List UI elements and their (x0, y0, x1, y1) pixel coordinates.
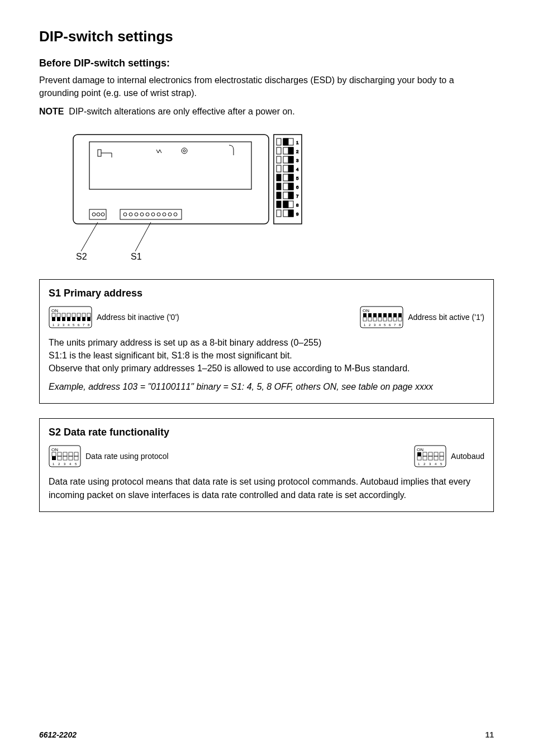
svg-rect-141 (417, 452, 421, 456)
svg-text:7: 7 (296, 194, 299, 199)
svg-point-10 (101, 213, 104, 216)
svg-text:1: 1 (53, 323, 55, 327)
svg-rect-90 (368, 313, 372, 317)
svg-rect-99 (373, 317, 377, 321)
svg-text:5: 5 (296, 176, 299, 181)
svg-text:6: 6 (296, 185, 299, 190)
svg-rect-119 (74, 452, 78, 456)
svg-text:4: 4 (69, 462, 72, 466)
svg-rect-2 (98, 150, 101, 156)
svg-rect-123 (74, 456, 78, 460)
svg-rect-70 (87, 317, 91, 321)
svg-rect-103 (393, 317, 397, 321)
s1-body-3: Observe that only primary addresses 1–25… (49, 362, 484, 375)
svg-text:2: 2 (423, 462, 426, 466)
dip8-active-icon: ON 1234 5678 (360, 306, 403, 328)
svg-point-5 (182, 148, 187, 154)
page-footer: 6612-2202 11 (39, 730, 494, 739)
svg-text:ON: ON (51, 308, 58, 313)
svg-rect-27 (277, 147, 281, 154)
svg-rect-140 (440, 456, 444, 460)
svg-text:7: 7 (83, 323, 85, 327)
svg-text:5: 5 (73, 323, 75, 327)
note-label: NOTE (39, 107, 64, 116)
svg-rect-89 (363, 313, 367, 317)
svg-text:2: 2 (58, 462, 60, 466)
svg-rect-63 (52, 317, 55, 321)
svg-rect-124 (52, 456, 56, 460)
svg-rect-39 (277, 174, 281, 181)
svg-rect-120 (58, 456, 61, 460)
svg-rect-92 (378, 313, 382, 317)
svg-text:5: 5 (440, 462, 442, 466)
svg-rect-104 (398, 317, 402, 321)
dip5-protocol-icon: ON 123 45 (49, 445, 81, 467)
note-line: NOTE DIP-switch alterations are only eff… (39, 105, 494, 118)
svg-text:6: 6 (78, 323, 80, 327)
svg-rect-116 (58, 452, 61, 456)
svg-rect-72 (57, 313, 60, 317)
note-text: DIP-switch alterations are only effectiv… (69, 107, 294, 116)
svg-rect-65 (62, 317, 65, 321)
svg-rect-57 (288, 210, 293, 217)
svg-rect-45 (288, 183, 293, 190)
svg-rect-23 (277, 138, 281, 145)
page-number: 11 (485, 730, 494, 739)
svg-text:3: 3 (296, 158, 299, 163)
diagram-s2-label: S2 (76, 252, 87, 261)
svg-text:3: 3 (63, 323, 65, 327)
svg-text:3: 3 (64, 462, 66, 466)
svg-point-21 (174, 213, 177, 216)
svg-rect-96 (398, 313, 402, 317)
svg-rect-122 (69, 456, 73, 460)
page-title: DIP-switch settings (39, 28, 494, 45)
s1-body-2: S1:1 is the least significant bit, S1:8 … (49, 349, 484, 362)
svg-rect-95 (393, 313, 397, 317)
svg-rect-139 (434, 456, 438, 460)
svg-rect-118 (69, 452, 73, 456)
svg-rect-94 (388, 313, 392, 317)
svg-text:ON: ON (363, 308, 369, 313)
svg-rect-49 (288, 192, 293, 199)
svg-rect-29 (288, 147, 293, 154)
svg-rect-47 (277, 192, 281, 199)
svg-rect-43 (277, 183, 281, 190)
svg-rect-93 (383, 313, 387, 317)
svg-rect-31 (277, 156, 281, 163)
s1-box-title: S1 Primary address (49, 288, 484, 299)
svg-text:5: 5 (384, 323, 386, 327)
svg-rect-76 (77, 313, 80, 317)
svg-rect-137 (423, 456, 427, 460)
svg-point-14 (135, 213, 138, 216)
s1-address-box: S1 Primary address ON (39, 279, 494, 404)
diagram-s1-label: S1 (131, 252, 142, 261)
svg-rect-67 (72, 317, 75, 321)
svg-text:7: 7 (394, 323, 396, 327)
svg-text:3: 3 (374, 323, 376, 327)
svg-line-59 (81, 222, 98, 251)
svg-text:3: 3 (429, 462, 431, 466)
svg-rect-135 (440, 452, 444, 456)
svg-rect-78 (87, 313, 91, 317)
svg-text:1: 1 (418, 462, 420, 466)
svg-point-18 (157, 213, 160, 216)
s2-autobaud-caption: Autobaud (451, 452, 484, 461)
svg-rect-133 (429, 452, 432, 456)
svg-rect-115 (52, 452, 56, 456)
svg-text:4: 4 (68, 323, 70, 327)
svg-rect-55 (277, 210, 281, 217)
svg-rect-1 (89, 142, 251, 189)
dip5-autobaud-icon: ON 123 45 (414, 445, 446, 467)
svg-rect-77 (82, 313, 85, 317)
svg-rect-33 (288, 156, 293, 163)
svg-text:4: 4 (379, 323, 381, 327)
s1-inactive-caption: Address bit inactive ('0') (97, 313, 179, 322)
svg-rect-69 (82, 317, 85, 321)
svg-text:2: 2 (58, 323, 60, 327)
svg-rect-35 (277, 165, 281, 172)
svg-point-20 (168, 213, 172, 216)
svg-rect-101 (383, 317, 387, 321)
svg-rect-75 (72, 313, 75, 317)
svg-text:4: 4 (296, 167, 299, 172)
s1-body-1: The units primary address is set up as a… (49, 336, 484, 349)
